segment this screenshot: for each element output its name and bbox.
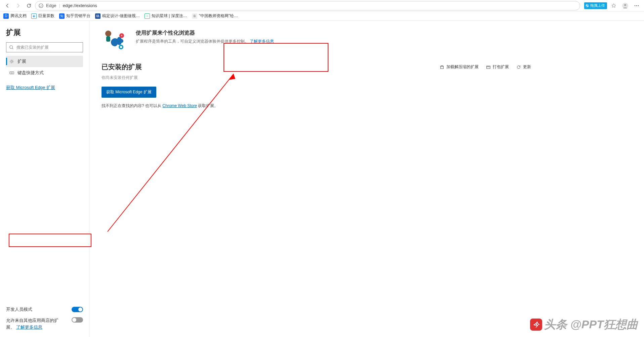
svg-rect-18: [487, 66, 490, 68]
bookmark-item[interactable]: 稿稿定设计-做图做视…: [95, 13, 140, 19]
watermark: 今 头条 @PPT狂想曲: [530, 317, 638, 332]
search-placeholder: 搜索已安装的扩展: [16, 45, 49, 50]
svg-point-2: [586, 4, 588, 6]
svg-point-9: [10, 46, 13, 49]
update-action[interactable]: 更新: [516, 64, 531, 70]
svg-point-5: [624, 4, 626, 6]
bookmark-item[interactable]: 🗎"中国教师资格网"给…: [192, 13, 238, 19]
upload-tag[interactable]: 拖拽上传: [584, 2, 607, 9]
footnote-prefix: 找不到正在查找的内容? 也可以从: [102, 103, 162, 108]
svg-point-1: [586, 4, 589, 7]
chrome-webstore-link[interactable]: Chrome Web Store: [162, 103, 197, 108]
search-input[interactable]: 搜索已安装的扩展: [6, 42, 83, 52]
svg-point-10: [11, 60, 12, 62]
installed-title: 已安装的扩展: [102, 62, 142, 71]
refresh-button[interactable]: [24, 1, 34, 10]
main-content: 使用扩展来个性化浏览器 扩展程序是简单的工具，可自定义浏览器体验并提供更多控制。…: [89, 21, 644, 337]
bookmark-item[interactable]: ◈巨量算数: [31, 13, 54, 19]
edge-logo-icon: [39, 3, 43, 8]
back-button[interactable]: [3, 1, 12, 10]
footnote-suffix: 获取扩展。: [197, 103, 218, 108]
no-extensions-note: 你尚未安装任何扩展: [102, 75, 632, 81]
developer-mode-row: 开发人员模式: [6, 304, 83, 315]
box-open-icon: [440, 65, 444, 69]
hero-learn-more-link[interactable]: 了解更多信息: [250, 39, 274, 44]
hero-desc: 扩展程序是简单的工具，可自定义浏览器体验并提供更多控制。: [136, 39, 249, 44]
svg-rect-13: [106, 36, 110, 42]
profile-avatar[interactable]: [620, 1, 630, 10]
package-icon: [486, 65, 491, 69]
bookmark-item[interactable]: 知知乎营销平台: [59, 13, 90, 19]
other-stores-toggle[interactable]: [72, 317, 83, 323]
address-url: edge://extensions: [63, 3, 97, 8]
watermark-icon: 今: [530, 319, 542, 331]
sidebar-item-extensions[interactable]: 扩展: [6, 56, 83, 67]
svg-point-8: [638, 5, 639, 6]
keyboard-icon: [9, 70, 14, 75]
pack-extension-action[interactable]: 打包扩展: [486, 64, 509, 70]
svg-point-12: [105, 31, 111, 37]
address-product: Edge: [46, 3, 56, 8]
refresh-icon: [516, 65, 521, 69]
svg-point-7: [636, 5, 637, 6]
other-stores-row: 允许来自其他应用商店的扩展。 了解更多信息: [6, 317, 83, 330]
other-stores-learn-more[interactable]: 了解更多信息: [16, 325, 42, 330]
load-unpacked-action[interactable]: 加载解压缩的扩展: [440, 64, 479, 70]
sidebar: 扩展 搜索已安装的扩展 扩展 键盘快捷方式 获取 Microsoft Edge …: [0, 21, 89, 337]
address-separator: |: [59, 3, 60, 8]
get-edge-extensions-link[interactable]: 获取 Microsoft Edge 扩展: [6, 85, 83, 91]
search-icon: [9, 45, 14, 50]
upload-tag-label: 拖拽上传: [590, 3, 605, 8]
bookmarks-bar: D腾讯文档 ◈巨量算数 知知乎营销平台 稿稿定设计-做图做视… ○知识星球 | …: [0, 11, 644, 21]
developer-mode-label: 开发人员模式: [6, 306, 32, 312]
address-bar[interactable]: Edge | edge://extensions: [35, 1, 580, 10]
sidebar-title: 扩展: [6, 28, 83, 38]
svg-rect-16: [120, 46, 122, 48]
bookmark-item[interactable]: D腾讯文档: [3, 13, 27, 19]
bookmark-item[interactable]: ○知识星球 | 深度连…: [145, 13, 187, 19]
svg-point-6: [635, 5, 636, 6]
hero-title: 使用扩展来个性化浏览器: [136, 30, 274, 37]
sidebar-item-shortcuts[interactable]: 键盘快捷方式: [6, 67, 83, 79]
more-menu-icon[interactable]: [632, 1, 641, 10]
hero-illustration: [102, 30, 129, 52]
get-extensions-button[interactable]: 获取 Microsoft Edge 扩展: [102, 87, 156, 98]
developer-mode-toggle[interactable]: [72, 307, 83, 312]
svg-point-0: [39, 4, 43, 8]
favorites-hub-icon[interactable]: [609, 1, 618, 10]
svg-point-3: [587, 6, 589, 7]
forward-button[interactable]: [13, 1, 23, 10]
svg-rect-11: [10, 72, 14, 74]
gear-icon: [9, 59, 14, 64]
